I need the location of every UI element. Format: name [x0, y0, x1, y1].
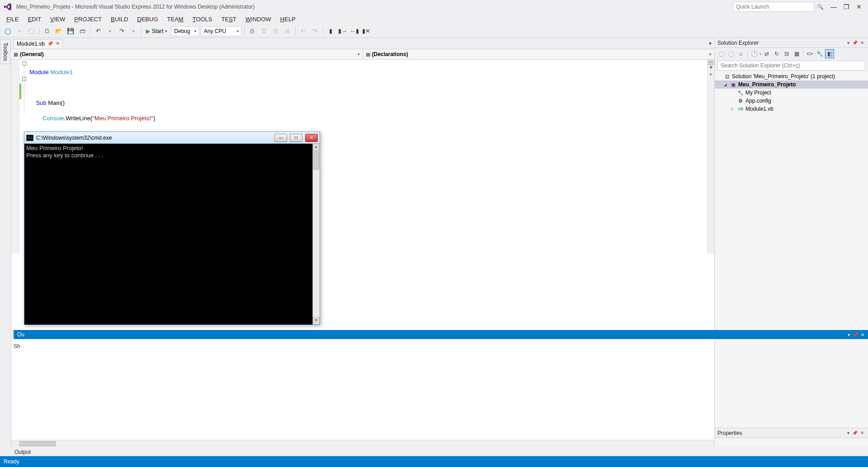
step-redo-button[interactable]: ↷ [310, 26, 320, 36]
menu-view[interactable]: VIEW [47, 15, 69, 24]
appconfig-node[interactable]: ⚙ App.config [715, 97, 868, 105]
console-titlebar[interactable]: C:\ C:\Windows\system32\cmd.exe — □ ✕ [24, 132, 320, 144]
nav-back-drop[interactable]: ▾ [14, 26, 24, 36]
editor-scrollbar[interactable]: — ✚ ▴ [707, 60, 714, 254]
new-project-button[interactable]: 🗋 [42, 26, 52, 36]
console-window[interactable]: C:\ C:\Windows\system32\cmd.exe — □ ✕ Me… [24, 132, 320, 325]
uncomment-button[interactable]: ⊟ [283, 26, 292, 36]
console-maximize-button[interactable]: □ [290, 134, 302, 142]
platform-dropdown[interactable]: Any CPU [201, 26, 241, 36]
output-tab[interactable]: Output [13, 448, 33, 456]
prev-bookmark-button[interactable]: ←▮ [349, 26, 359, 36]
clear-bookmarks-button[interactable]: ▮✕ [361, 26, 371, 36]
pin-icon[interactable]: 📌 [47, 41, 53, 46]
se-refresh2-button[interactable]: ↻ [772, 49, 781, 58]
menu-tools[interactable]: TOOLS [189, 15, 216, 24]
scroll-up-icon[interactable]: ▴ [708, 71, 714, 78]
menu-debug[interactable]: DEBUG [133, 15, 161, 24]
file-tab-module1[interactable]: Module1.vb 📌 ✕ [14, 39, 63, 48]
se-forward-button[interactable]: ◯ [726, 49, 736, 58]
panel-menu-button[interactable]: ▾ [846, 430, 851, 435]
menu-project[interactable]: PROJECT [71, 15, 105, 24]
collapse-icon[interactable]: ◢ [724, 82, 728, 87]
output-label-short: Ou [17, 331, 24, 338]
panel-close-button[interactable]: ✕ [859, 40, 865, 45]
toolbar-button[interactable]: ☰ [259, 26, 269, 36]
undo-button[interactable]: ↶ [93, 26, 103, 36]
panel-menu-button[interactable]: ▾ [846, 40, 851, 45]
save-button[interactable]: 💾 [66, 26, 75, 36]
scroll-track[interactable] [313, 170, 320, 317]
expand-icon[interactable]: ✚ [708, 65, 714, 71]
project-node[interactable]: ◢ ▣ Meu_Primeiro_Projeto [715, 80, 868, 89]
minimize-button[interactable]: — [828, 2, 839, 11]
menu-help[interactable]: HELP [277, 15, 299, 24]
se-sync-button[interactable]: ⇄ [762, 49, 771, 58]
toolbox-tab[interactable]: Toolbox [0, 39, 11, 64]
member-combo[interactable]: ▦ (Declarations) [363, 49, 715, 59]
search-icon[interactable]: 🔍 [814, 4, 826, 10]
close-button[interactable]: ✕ [854, 2, 864, 11]
outline-collapse-button[interactable]: - [22, 77, 26, 81]
open-file-button[interactable]: 📂 [54, 26, 64, 36]
tab-overflow-button[interactable]: ▾ [709, 40, 712, 47]
se-back-button[interactable]: ◯ [717, 49, 726, 58]
config-dropdown[interactable]: Debug [171, 26, 198, 36]
output-pin-button[interactable]: 📌 [853, 332, 858, 337]
comment-button[interactable]: ⊟ [271, 26, 281, 36]
scrollbar-thumb[interactable] [19, 441, 56, 446]
close-tab-icon[interactable]: ✕ [56, 41, 60, 47]
attach-process-button[interactable]: ⎙ [247, 26, 257, 36]
menu-file[interactable]: FILE [3, 15, 22, 24]
myproject-node[interactable]: 🔧 My Project [715, 89, 868, 97]
se-preview-button[interactable]: ◧ [825, 49, 834, 58]
scroll-up-button[interactable]: ▴ [313, 144, 320, 151]
horizontal-scrollbar[interactable] [11, 440, 714, 447]
restore-button[interactable]: ❐ [841, 2, 852, 11]
drop-icon[interactable]: ▾ [760, 52, 761, 56]
console-output[interactable]: Meu Primeiro Projeto! Press any key to c… [24, 144, 312, 325]
nav-back-button[interactable]: ◯ [3, 26, 13, 36]
next-bookmark-button[interactable]: ▮→ [338, 26, 348, 36]
se-code-button[interactable]: <> [805, 49, 814, 58]
se-properties-button[interactable]: 🔧 [815, 49, 824, 58]
menu-window[interactable]: WINDOW [242, 15, 275, 24]
se-collapse-button[interactable]: ⊟ [782, 49, 791, 58]
quick-launch: 🔍 [733, 2, 826, 12]
redo-drop[interactable]: ▾ [128, 26, 138, 36]
solution-node[interactable]: ⊡ Solution 'Meu_Primeiro_Projeto' (1 pro… [715, 72, 868, 80]
se-showall-button[interactable]: ▦ [792, 49, 801, 58]
bookmark-button[interactable]: ▮ [326, 26, 336, 36]
output-close-button[interactable]: ✕ [861, 332, 864, 337]
panel-pin-button[interactable]: 📌 [851, 430, 859, 435]
console-minimize-button[interactable]: — [274, 134, 287, 142]
save-all-button[interactable]: 🗃 [77, 26, 87, 36]
outline-collapse-button[interactable]: - [22, 61, 26, 66]
nav-forward-button[interactable]: ◯ [26, 26, 36, 36]
undo-drop[interactable]: ▾ [105, 26, 115, 36]
se-search-input[interactable] [717, 61, 865, 71]
breakpoint-margin[interactable] [11, 60, 19, 254]
step-undo-button[interactable]: ↶ [298, 26, 308, 36]
redo-button[interactable]: ↷ [117, 26, 127, 36]
menu-edit[interactable]: EDIT [24, 15, 45, 24]
menu-build[interactable]: BUILD [107, 15, 132, 24]
panel-pin-button[interactable]: 📌 [851, 40, 859, 45]
panel-close-button[interactable]: ✕ [859, 430, 865, 435]
solution-tree: ⊡ Solution 'Meu_Primeiro_Projeto' (1 pro… [715, 71, 868, 428]
menu-team[interactable]: TEAM [164, 15, 187, 24]
split-handle[interactable]: — [708, 60, 714, 65]
scroll-down-button[interactable]: ▾ [313, 317, 320, 325]
console-close-button[interactable]: ✕ [305, 134, 318, 142]
scroll-thumb[interactable] [313, 151, 319, 170]
start-button[interactable]: ▶ Start ▾ [144, 26, 169, 36]
se-home-button[interactable]: ⌂ [736, 49, 745, 58]
quick-launch-input[interactable] [733, 2, 814, 12]
module-node[interactable]: ▷ VB Module1.vb [715, 105, 868, 113]
console-scrollbar[interactable]: ▴ ▾ [312, 144, 320, 325]
se-refresh-button[interactable]: 🕐 [750, 49, 759, 58]
scope-combo[interactable]: ▦ (General) [11, 49, 363, 59]
output-menu-button[interactable]: ▾ [848, 332, 850, 337]
menu-test[interactable]: TEST [218, 15, 240, 24]
expand-icon[interactable]: ▷ [731, 107, 736, 111]
